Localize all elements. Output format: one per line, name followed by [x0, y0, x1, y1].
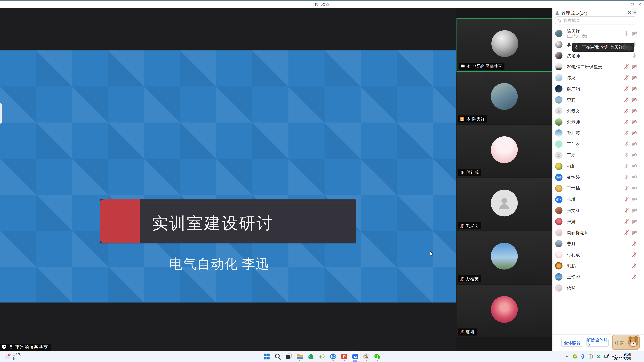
- member-row[interactable]: 沈老师: [552, 50, 644, 61]
- 360-safety-icon[interactable]: [572, 354, 578, 359]
- camera-off-icon[interactable]: [632, 97, 637, 103]
- close-window-button[interactable]: ✕: [637, 2, 643, 7]
- ime-indicator-icon[interactable]: [588, 354, 594, 359]
- taskbar-app-wechat[interactable]: [372, 352, 382, 362]
- member-row[interactable]: 张文红: [552, 205, 644, 216]
- mic-muted-icon[interactable]: [624, 86, 629, 92]
- video-thumbnail[interactable]: 付礼成: [456, 125, 552, 177]
- video-thumbnail[interactable]: 陈天祥: [456, 72, 552, 124]
- member-row[interactable]: 张琳张琳: [552, 194, 644, 205]
- camera-off-icon[interactable]: [632, 86, 637, 92]
- mic-muted-icon[interactable]: [624, 97, 629, 103]
- mic-muted-icon[interactable]: [624, 64, 629, 70]
- taskbar-app-powerpoint[interactable]: P: [339, 352, 349, 362]
- search-input[interactable]: [563, 18, 634, 23]
- mic-muted-icon[interactable]: [624, 163, 629, 169]
- member-row[interactable]: 于世楠: [552, 183, 644, 194]
- taskbar-weather[interactable]: 27°C 阴: [4, 352, 22, 361]
- left-edge-handle[interactable]: [0, 103, 2, 123]
- member-row[interactable]: 张妍: [552, 216, 644, 227]
- mic-muted-icon[interactable]: [624, 174, 629, 180]
- mic-muted-icon[interactable]: [624, 108, 629, 114]
- mic-muted-icon[interactable]: [624, 75, 629, 81]
- mic-muted-icon[interactable]: [624, 208, 629, 214]
- camera-off-icon[interactable]: [632, 186, 637, 191]
- camera-off-icon[interactable]: [632, 197, 637, 202]
- member-row[interactable]: 陈天祥(主持人, 我): [552, 28, 644, 39]
- member-row[interactable]: 周春梅老师: [552, 227, 644, 238]
- member-row[interactable]: 王佳欢: [552, 139, 644, 150]
- camera-off-icon[interactable]: [632, 31, 637, 36]
- member-row[interactable]: 解广娟: [552, 83, 644, 94]
- taskbar-app-tencent-meeting[interactable]: [350, 352, 360, 362]
- tray-chevron-up-icon[interactable]: [564, 354, 570, 359]
- panel-close-button[interactable]: ✕: [627, 10, 632, 15]
- video-thumbnail[interactable]: 李迅的屏幕共享: [456, 18, 553, 72]
- taskbar-clock[interactable]: 9:58 2022/5/29: [614, 352, 631, 361]
- restore-button[interactable]: [630, 2, 635, 7]
- member-row[interactable]: 孙桂英: [552, 128, 644, 139]
- video-thumbnail[interactable]: 孙桂英: [456, 231, 552, 284]
- taskbar-app-file-explorer[interactable]: [295, 352, 305, 362]
- camera-off-icon[interactable]: [632, 219, 637, 225]
- member-row[interactable]: 依然: [552, 282, 644, 294]
- camera-off-icon[interactable]: [632, 64, 637, 70]
- member-row[interactable]: 曹月: [552, 238, 644, 249]
- mic-muted-icon[interactable]: [632, 263, 637, 269]
- taskbar-app-blue-browser[interactable]: [328, 352, 338, 362]
- camera-off-icon[interactable]: [632, 230, 637, 236]
- camera-off-icon[interactable]: [632, 108, 637, 114]
- mic-muted-icon[interactable]: [624, 186, 629, 191]
- camera-off-icon[interactable]: [632, 163, 637, 169]
- mic-muted-icon[interactable]: [632, 274, 637, 280]
- video-thumbnail[interactable]: 刘景文: [456, 178, 552, 231]
- camera-off-icon[interactable]: [632, 208, 637, 214]
- camera-off-icon[interactable]: [632, 152, 637, 158]
- member-name: 王艳华: [567, 274, 632, 279]
- microphone-icon[interactable]: [580, 354, 586, 359]
- mic-icon[interactable]: [632, 53, 637, 59]
- taskbar-app-search[interactable]: [273, 352, 283, 362]
- member-row[interactable]: 付礼成: [552, 249, 644, 260]
- mic-muted-icon[interactable]: [624, 141, 629, 147]
- member-row[interactable]: 李莉: [552, 94, 644, 105]
- mic-muted-icon[interactable]: [624, 130, 629, 136]
- display-device-icon[interactable]: [604, 354, 609, 359]
- member-row[interactable]: 陈龙: [552, 72, 644, 83]
- video-thumbnail[interactable]: 张妍: [456, 285, 552, 337]
- camera-off-icon[interactable]: [632, 119, 637, 125]
- member-row[interactable]: 20电信二班侯星云: [552, 61, 644, 72]
- member-av-controls: [624, 64, 637, 70]
- mic-muted-icon[interactable]: [632, 252, 637, 258]
- panel-more-button[interactable]: ···: [622, 10, 627, 15]
- mic-muted-icon[interactable]: [624, 197, 629, 202]
- taskbar-app-windows-start[interactable]: [262, 352, 272, 362]
- panel-collapse-handle[interactable]: ≡: [632, 8, 637, 15]
- mic-muted-icon[interactable]: [624, 219, 629, 225]
- taskbar-app-app-store[interactable]: [306, 352, 316, 362]
- mic-muted-icon[interactable]: [624, 119, 629, 125]
- member-row[interactable]: 怡婷杨怡婷: [552, 172, 644, 183]
- camera-off-icon[interactable]: [632, 141, 637, 147]
- unmute-all-button[interactable]: 解除全体静音: [586, 339, 608, 347]
- mic-icon[interactable]: [624, 31, 629, 36]
- member-row[interactable]: 王磊: [552, 150, 644, 161]
- mic-muted-icon[interactable]: [624, 152, 629, 158]
- camera-off-icon[interactable]: [632, 130, 637, 136]
- ime-dog-widget[interactable]: 中简: [612, 335, 640, 350]
- camera-off-icon[interactable]: [632, 174, 637, 180]
- sogou-input-icon[interactable]: S: [596, 354, 602, 359]
- mic-muted-icon[interactable]: [624, 230, 629, 236]
- member-row[interactable]: 相相: [552, 161, 644, 172]
- member-row[interactable]: 王艳华: [552, 271, 644, 282]
- taskbar-app-paint[interactable]: [361, 352, 371, 362]
- mute-all-button[interactable]: 全体静音: [561, 339, 583, 347]
- mic-muted-icon[interactable]: [632, 241, 637, 247]
- camera-off-icon[interactable]: [632, 75, 637, 81]
- member-row[interactable]: 刘景文: [552, 105, 644, 116]
- member-row[interactable]: 刘鹏: [552, 260, 644, 271]
- minimize-button[interactable]: –: [622, 2, 628, 7]
- taskbar-app-task-view[interactable]: [284, 352, 294, 362]
- taskbar-app-ie-browser[interactable]: e: [317, 352, 327, 362]
- member-row[interactable]: 刘老师: [552, 116, 644, 128]
